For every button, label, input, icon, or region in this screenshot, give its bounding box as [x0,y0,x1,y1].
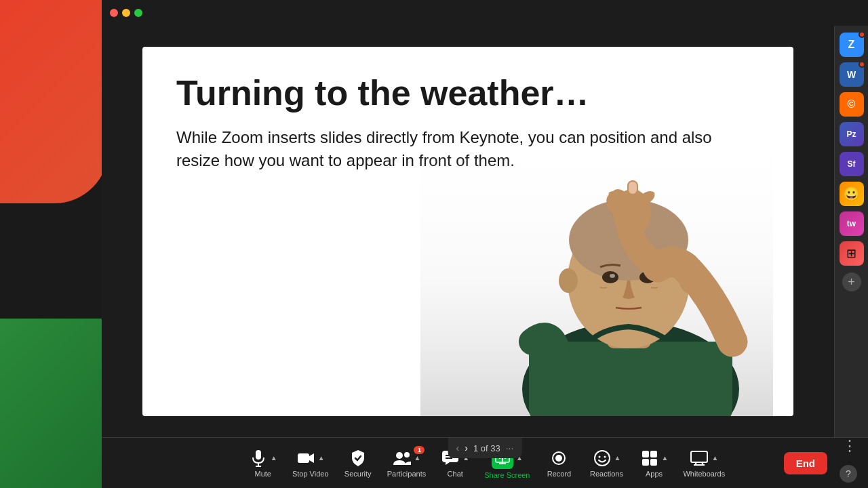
minimize-button[interactable] [122,9,130,17]
reactions-icon [593,449,612,468]
apps-label: Apps [646,470,663,478]
reactions-icon-row: ▲ [593,449,621,468]
presenter-overlay [420,145,773,416]
notification-dot [859,61,865,68]
share-screen-label: Share Screen [484,471,530,479]
svg-rect-37 [691,451,707,462]
stop-video-icon-row: ▲ [296,449,325,468]
svg-point-10 [559,268,578,293]
participants-icon-row: 1 ▲ [393,449,421,468]
participants-count-badge: 1 [414,446,425,454]
svg-point-20 [396,452,403,459]
notification-dot [859,31,865,38]
record-button[interactable]: Record [535,441,583,485]
zoom-window: Turning to the weather… While Zoom inser… [102,0,868,488]
participants-button[interactable]: 1 ▲ Participants [382,441,431,485]
record-icon-row [549,449,568,468]
security-label: Security [344,470,372,478]
sidebar-app-5[interactable]: Sf [840,152,864,176]
end-button[interactable]: End [784,452,827,474]
stop-video-button[interactable]: ▲ Stop Video [287,441,334,485]
svg-rect-36 [650,459,657,466]
mute-icon-row: ▲ [249,449,277,468]
sidebar-app-twine[interactable]: tw [840,211,864,236]
slide-area: Turning to the weather… While Zoom inser… [102,26,834,437]
svg-point-6 [602,271,618,283]
mute-button[interactable]: ▲ Mute [239,441,287,485]
bg-top-left [0,0,108,203]
svg-rect-19 [298,453,309,463]
stop-video-label: Stop Video [292,470,329,478]
svg-point-32 [604,455,606,458]
whiteboards-button[interactable]: ▲ Whiteboards [677,441,730,485]
reactions-button[interactable]: ▲ Reactions [583,441,630,485]
whiteboards-icon [690,449,709,468]
sidebar-app-prezi[interactable]: Pz [840,122,864,146]
prev-slide-button[interactable]: ‹ [456,443,460,453]
svg-point-29 [555,455,562,462]
next-slide-button[interactable]: › [465,443,468,453]
mute-chevron: ▲ [271,454,277,462]
maximize-button[interactable] [134,9,142,17]
svg-point-30 [595,451,610,466]
end-button-area: End [784,452,827,474]
svg-point-8 [610,274,615,278]
mute-label: Mute [255,470,271,478]
apps-chevron: ▲ [662,454,669,462]
slide-title: Turning to the weather… [176,74,760,113]
record-icon [549,449,568,468]
mute-icon [249,449,268,468]
traffic-lights [110,9,142,17]
more-options-button[interactable]: ⋮ [842,437,857,455]
bottom-bar: ‹ › 1 of 33 ··· ▲ [102,437,868,488]
record-label: Record [547,470,571,478]
svg-point-31 [598,455,600,458]
security-button[interactable]: Security [334,441,382,485]
svg-rect-34 [650,451,657,458]
svg-point-21 [404,452,410,458]
sidebar-app-6[interactable]: 😀 [840,182,864,206]
participants-label: Participants [387,470,426,478]
svg-rect-33 [642,451,649,458]
whiteboards-chevron: ▲ [711,454,718,462]
video-chevron: ▲ [318,454,325,462]
reactions-label: Reactions [590,470,623,478]
apps-icon-row: ▲ [640,449,669,468]
whiteboards-label: Whiteboards [683,470,725,478]
slide-container: Turning to the weather… While Zoom inser… [142,47,793,416]
apps-button[interactable]: ▲ Apps [630,441,677,485]
slide-counter: 1 of 33 [473,443,500,453]
svg-rect-16 [256,450,261,460]
video-icon [296,449,315,468]
sidebar-app-word[interactable]: W [840,62,864,87]
sidebar-add-button[interactable]: + [842,272,861,291]
svg-rect-14 [629,182,637,194]
slide-options-button[interactable]: ··· [506,443,514,453]
help-button[interactable]: ? [840,465,857,483]
security-icon-row [349,449,368,468]
reactions-chevron: ▲ [614,454,621,462]
whiteboards-icon-row: ▲ [690,449,718,468]
participants-chevron: ▲ [414,454,421,462]
main-content: Turning to the weather… While Zoom inser… [102,26,868,437]
top-bar [102,0,868,26]
apps-icon [640,449,659,468]
security-icon [349,449,368,468]
close-button[interactable] [110,9,118,17]
chat-label: Chat [448,470,463,478]
sidebar-app-zoom[interactable]: Z [840,33,864,57]
svg-rect-35 [642,459,649,466]
right-sidebar: Z W © Pz Sf 😀 [834,26,868,437]
sidebar-app-8[interactable]: ⊞ [840,241,864,266]
sidebar-app-3[interactable]: © [840,92,864,117]
slide-navigation: ‹ › 1 of 33 ··· [448,438,522,458]
participants-icon [393,449,412,468]
